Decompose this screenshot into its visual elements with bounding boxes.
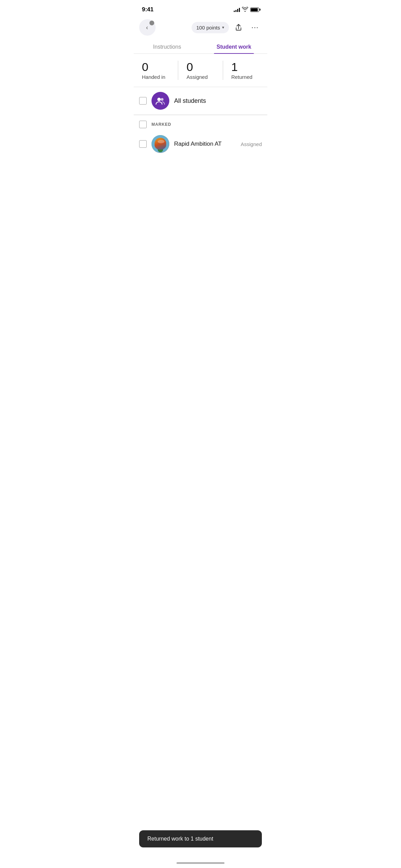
returned-label: Returned: [231, 74, 267, 80]
group-icon: [156, 96, 165, 105]
signal-icon: [234, 7, 240, 12]
tab-instructions[interactable]: Instructions: [134, 40, 200, 53]
tabs: Instructions Student work: [134, 40, 267, 54]
student-checkbox[interactable]: [139, 140, 147, 148]
svg-point-5: [157, 138, 164, 144]
more-options-button[interactable]: ···: [248, 21, 262, 34]
svg-point-7: [161, 141, 164, 143]
assigned-count: 0: [186, 61, 222, 73]
svg-rect-6: [157, 145, 164, 147]
all-students-avatar: [151, 92, 169, 110]
marked-section-title: MARKED: [151, 122, 171, 127]
status-icons: [234, 7, 259, 13]
stat-handed-in: 0 Handed in: [134, 61, 178, 80]
student-avatar: [151, 135, 169, 153]
wifi-icon: [242, 7, 248, 13]
share-icon: [234, 23, 243, 32]
svg-point-0: [157, 98, 161, 101]
handed-in-label: Handed in: [142, 74, 178, 80]
header: ‹ 100 points ▾ ···: [134, 16, 267, 40]
all-students-row[interactable]: All students: [134, 87, 267, 115]
all-students-checkbox[interactable]: [139, 97, 147, 105]
dropdown-arrow-icon: ▾: [222, 25, 224, 30]
returned-count: 1: [231, 61, 267, 73]
status-time: 9:41: [142, 6, 154, 13]
svg-point-8: [157, 145, 164, 149]
student-name: Rapid Ambition AT: [174, 141, 236, 147]
students-list: All students MARKED: [134, 87, 267, 157]
svg-point-4: [156, 138, 165, 147]
stats-row: 0 Handed in 0 Assigned 1 Returned: [134, 54, 267, 87]
points-label: 100 points: [196, 25, 220, 31]
marked-section-checkbox[interactable]: [139, 121, 147, 128]
marked-section-header: MARKED: [134, 115, 267, 131]
tab-student-work[interactable]: Student work: [200, 40, 267, 53]
svg-point-9: [158, 147, 163, 152]
avatar-image: [151, 135, 169, 153]
status-bar: 9:41: [134, 0, 267, 16]
assigned-label: Assigned: [186, 74, 222, 80]
avatar-svg: [151, 135, 169, 153]
notification-dot: [149, 21, 154, 25]
all-students-label: All students: [174, 97, 206, 105]
stat-returned: 1 Returned: [223, 61, 267, 80]
points-dropdown[interactable]: 100 points ▾: [192, 22, 229, 33]
stat-assigned: 0 Assigned: [178, 61, 223, 80]
student-row[interactable]: Rapid Ambition AT Assigned: [134, 131, 267, 157]
student-status: Assigned: [241, 141, 262, 147]
more-dots-icon: ···: [251, 24, 258, 31]
handed-in-count: 0: [142, 61, 178, 73]
back-button[interactable]: ‹: [139, 19, 156, 36]
svg-point-1: [161, 98, 163, 101]
back-chevron-icon: ‹: [146, 24, 148, 31]
share-button[interactable]: [232, 21, 245, 34]
svg-point-3: [155, 138, 166, 147]
battery-icon: [250, 8, 259, 12]
